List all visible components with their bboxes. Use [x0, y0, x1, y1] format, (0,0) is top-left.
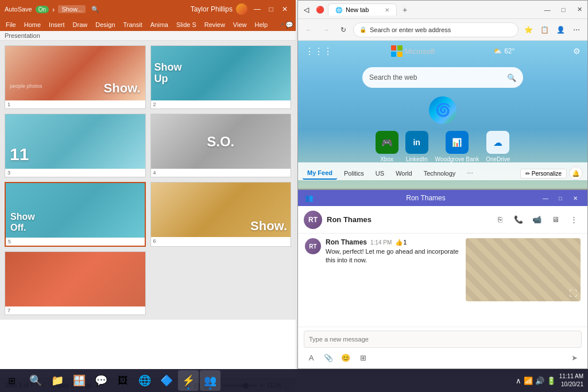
new-tab-btn[interactable]: + [399, 4, 411, 15]
collections-btn[interactable]: 📋 [537, 22, 552, 37]
show-more-btn[interactable]: Show... [58, 5, 86, 13]
image-expand-icon[interactable]: ⛶ [569, 289, 577, 298]
menu-view[interactable]: View [230, 20, 250, 29]
profile-btn[interactable]: 👤 [553, 22, 568, 37]
personalize-icon: ✏ [525, 170, 530, 177]
menu-review[interactable]: Review [201, 20, 229, 29]
address-bar[interactable]: 🔒 Search or enter web address [353, 22, 519, 37]
bookmark-woodgrove[interactable]: 📊 Woodgrove Bank [435, 131, 479, 162]
start-btn[interactable]: ⊞ [0, 369, 23, 392]
taskbar-powerpoint[interactable]: ⚡ [178, 370, 199, 391]
copy-btn[interactable]: ⎘ [492, 212, 508, 228]
refresh-btn[interactable]: ↻ [336, 22, 351, 37]
taskbar-microsoft-store[interactable]: 🔷 [156, 370, 177, 391]
message-input[interactable] [304, 331, 582, 348]
call-btn[interactable]: 📞 [510, 212, 527, 228]
feed-tab-us[interactable]: US [371, 168, 389, 179]
screen-share-btn[interactable]: 🖥 [547, 212, 563, 228]
favorites-btn[interactable]: ⭐ [521, 22, 536, 37]
ms-search-icon[interactable]: 🔍 [507, 73, 516, 82]
menu-transit[interactable]: Transit [120, 20, 146, 29]
teams-close-btn[interactable]: ✕ [568, 190, 583, 206]
slide-7-preview [5, 252, 145, 306]
taskbar-store[interactable]: 🪟 [69, 370, 90, 391]
video-btn[interactable]: 📹 [529, 212, 545, 228]
browser-minimize-btn[interactable]: — [539, 1, 555, 19]
ppt-close-btn[interactable]: ✕ [278, 4, 291, 14]
slide-6[interactable]: Show. 6 [150, 182, 292, 247]
menu-insert[interactable]: Insert [45, 20, 68, 29]
menu-home[interactable]: Home [21, 20, 44, 29]
msg-sender-name: Ron Thames [326, 238, 367, 246]
slide-3[interactable]: 11 3 [5, 114, 146, 177]
menu-file[interactable]: File [2, 20, 20, 29]
extensions-btn[interactable]: ⋯ [569, 22, 584, 37]
autosave-toggle[interactable]: On [36, 6, 49, 13]
slide-5[interactable]: ShowOff. 5 [5, 182, 146, 247]
attach-btn[interactable]: 📎 [321, 350, 336, 365]
tray-arrow-icon[interactable]: ∧ [516, 377, 521, 385]
bookmark-onedrive[interactable]: ☁ OneDrive [486, 131, 510, 162]
bookmark-linkedin-label: LinkedIn [406, 156, 428, 162]
share-btn[interactable]: ↗ [279, 21, 284, 29]
ppt-titlebar: AutoSave On › Show... 🔍 Taylor Phillips … [0, 0, 296, 18]
tab-close-btn[interactable]: ✕ [385, 7, 389, 13]
menu-help[interactable]: Help [252, 20, 272, 29]
taskbar: ⊞ 🔍 📁 🪟 💬 🖼 🌐 🔷 ⚡ 👥 ∧ 📶 🔊 🔋 11:11 AM 10/… [0, 369, 588, 392]
slide-4[interactable]: S.O. 4 [150, 114, 292, 177]
forward-btn[interactable]: → [319, 22, 334, 37]
browser-maximize-btn[interactable]: □ [555, 1, 571, 19]
feed-tab-world[interactable]: World [391, 168, 417, 179]
quick-access-more[interactable]: › [52, 5, 55, 14]
teams-maximize-btn[interactable]: □ [553, 190, 568, 206]
notifications-btn[interactable]: 🔔 [569, 166, 583, 180]
taskbar-file-explorer[interactable]: 📁 [47, 370, 68, 391]
slide-1[interactable]: people photos Show. 1 [5, 45, 146, 109]
send-btn[interactable]: ➤ [567, 350, 582, 365]
ppt-maximize-btn[interactable]: □ [265, 4, 277, 14]
browser-close-btn[interactable]: ✕ [571, 1, 587, 19]
menu-design[interactable]: Design [92, 20, 118, 29]
feed-tab-more[interactable]: ⋯ [462, 168, 478, 180]
ms-search-box[interactable]: Search the web 🔍 [362, 67, 523, 88]
teams-minimize-btn[interactable]: — [538, 190, 553, 206]
menu-animations[interactable]: Anima [147, 20, 172, 29]
format-btn[interactable]: A [304, 350, 319, 365]
comment-btn[interactable]: 💬 [285, 21, 293, 29]
emoji-btn[interactable]: 😊 [338, 350, 353, 365]
slide-7[interactable]: 7 [5, 251, 146, 315]
taskbar-search[interactable]: 🔍 [25, 370, 46, 391]
taskbar-teams-active[interactable]: 👥 [200, 370, 220, 391]
taskbar-photos[interactable]: 🖼 [113, 370, 133, 391]
more-options-btn[interactable]: ⋮ [566, 212, 582, 228]
bookmark-xbox[interactable]: 🎮 Xbox [376, 131, 399, 162]
ppt-menubar: File Home Insert Draw Design Transit Ani… [0, 18, 296, 31]
bookmark-linkedin[interactable]: in LinkedIn [405, 131, 428, 162]
taskbar-edge[interactable]: 🌐 [134, 370, 155, 391]
taskbar-teams[interactable]: 💬 [91, 370, 111, 391]
feed-tab-technology[interactable]: Technology [419, 168, 461, 179]
ms-logo-blue [391, 52, 396, 57]
search-icon[interactable]: 🔍 [91, 6, 99, 13]
clock-display[interactable]: 11:11 AM 10/20/21 [559, 372, 583, 389]
user-avatar[interactable] [236, 3, 247, 15]
browser-active-tab[interactable]: 🌐 New tab ✕ [328, 3, 397, 15]
menu-slideshow[interactable]: Slide S [173, 20, 200, 29]
personalize-btn[interactable]: ✏ Personalize [520, 169, 567, 178]
ppt-minimize-btn[interactable]: — [251, 4, 264, 14]
battery-icon[interactable]: 🔋 [547, 377, 556, 385]
gif-btn[interactable]: ⊞ [355, 350, 370, 365]
feed-tab-myfeed[interactable]: My Feed [303, 167, 337, 180]
ms-settings-btn[interactable]: ⚙ [573, 46, 581, 56]
network-icon[interactable]: 📶 [524, 377, 533, 385]
feed-tab-politics[interactable]: Politics [339, 168, 369, 179]
volume-icon[interactable]: 🔊 [535, 377, 544, 385]
menu-draw[interactable]: Draw [69, 20, 91, 29]
powerpoint-window: AutoSave On › Show... 🔍 Taylor Phillips … [0, 0, 296, 392]
ms-apps-btn[interactable]: ⋮⋮⋮ [305, 46, 332, 57]
woodgrove-icon: 📊 [446, 131, 469, 154]
powerpoint-icon: ⚡ [182, 374, 195, 387]
back-btn[interactable]: ← [301, 22, 316, 37]
slide-2[interactable]: ShowUp 2 [150, 45, 292, 109]
ms-weather[interactable]: ⛅ 62° [493, 47, 514, 55]
